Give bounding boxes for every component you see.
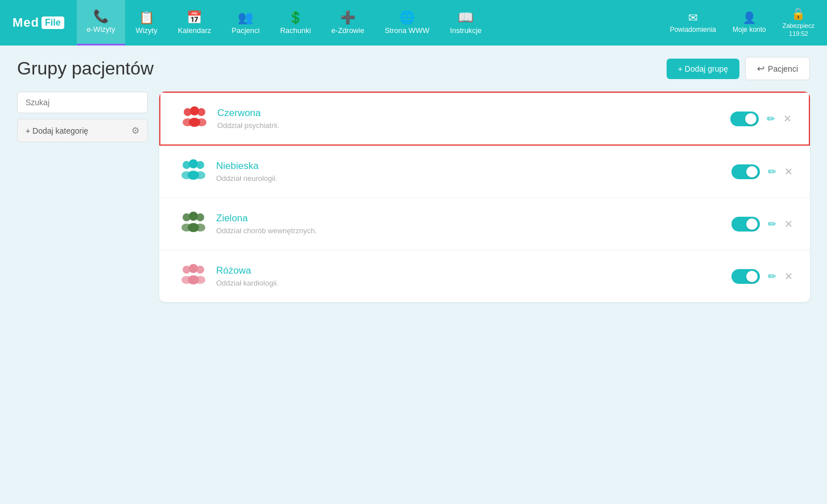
nav-label-instrukcje: Instrukcje	[450, 26, 482, 35]
page-title: Grupy pacjentów	[17, 58, 154, 79]
group-toggle-rozowa[interactable]	[731, 269, 760, 284]
clipboard-icon: 📋	[139, 11, 154, 24]
delete-icon-niebieska[interactable]: ✕	[784, 166, 793, 178]
group-desc-rozowa: Oddział kardiologii.	[216, 279, 731, 287]
add-group-button[interactable]: + Dodaj grupę	[667, 59, 739, 79]
nav-item-kalendarz[interactable]: 📅 Kalendarz	[168, 0, 222, 46]
users-icon: 👥	[238, 11, 253, 24]
edit-icon-niebieska[interactable]: ✏	[768, 166, 776, 178]
group-toggle-czerwona[interactable]	[730, 111, 759, 126]
nav-label-strona-www: Strona WWW	[384, 26, 429, 35]
svg-point-2	[197, 108, 205, 116]
group-name-czerwona[interactable]: Czerwona	[217, 108, 730, 119]
logo-med: Med	[13, 15, 39, 30]
group-icon-rozowa	[176, 263, 210, 290]
nav-item-strona-www[interactable]: 🌐 Strona WWW	[374, 0, 440, 46]
add-category-button[interactable]: + Dodaj kategorię ⚙	[17, 119, 148, 142]
mail-icon: ✉	[688, 12, 698, 23]
nav-moje-konto[interactable]: 👤 Moje konto	[726, 0, 773, 46]
logo-area: Med File	[6, 15, 71, 30]
nav-item-e-wizyty[interactable]: 📞 e-Wizyty	[77, 0, 126, 46]
nav-label-rachunki: Rachunki	[280, 26, 311, 35]
sidebar: + Dodaj kategorię ⚙	[17, 92, 148, 302]
gear-icon: ⚙	[131, 125, 139, 136]
edit-icon-rozowa[interactable]: ✏	[768, 270, 776, 283]
group-actions-zielona: ✏ ✕	[731, 217, 793, 232]
calendar-icon: 📅	[187, 11, 202, 24]
nav-label-powiadomienia: Powiadomienia	[670, 26, 716, 34]
back-to-pacjenci-button[interactable]: ↩ Pacjenci	[745, 57, 810, 80]
globe-icon: 🌐	[399, 11, 415, 24]
svg-point-14	[196, 213, 204, 221]
group-toggle-niebieska[interactable]	[731, 164, 760, 179]
svg-point-17	[195, 224, 205, 232]
nav-items: 📞 e-Wizyty 📋 Wizyty 📅 Kalendarz 👥 Pacjen…	[77, 0, 663, 46]
svg-point-5	[196, 118, 206, 126]
group-icon-niebieska	[176, 158, 210, 185]
group-desc-niebieska: Oddział neurologii.	[216, 174, 731, 183]
nav-label-e-wizyty: e-Wizyty	[87, 25, 115, 34]
main-layout: + Dodaj kategorię ⚙	[17, 92, 810, 302]
health-icon: ➕	[340, 11, 355, 24]
group-actions-czerwona: ✏ ✕	[730, 111, 792, 126]
group-info-niebieska: Niebieska Oddział neurologii.	[210, 160, 731, 183]
nav-label-wizyty: Wizyty	[135, 26, 157, 35]
svg-point-11	[195, 171, 205, 179]
dollar-icon: 💲	[288, 11, 303, 24]
add-category-label: + Dodaj kategorię	[26, 126, 88, 135]
nav-item-instrukcje[interactable]: 📖 Instrukcje	[440, 0, 492, 46]
group-name-zielona[interactable]: Zielona	[216, 213, 731, 224]
nav-item-wizyty[interactable]: 📋 Wizyty	[125, 0, 167, 46]
user-icon: 👤	[742, 12, 756, 23]
group-actions-niebieska: ✏ ✕	[731, 164, 793, 179]
nav-label-e-zdrowie: e-Zdrowie	[332, 26, 365, 35]
edit-icon-zielona[interactable]: ✏	[768, 218, 776, 230]
groups-list: Czerwona Oddział psychiatrii. ✏ ✕	[159, 92, 810, 302]
nav-item-pacjenci[interactable]: 👥 Pacjenci	[221, 0, 270, 46]
group-info-rozowa: Różowa Oddział kardiologii.	[210, 265, 731, 287]
group-info-czerwona: Czerwona Oddział psychiatrii.	[212, 108, 730, 130]
nav-label-pacjenci: Pacjenci	[231, 26, 259, 35]
group-icon-zielona	[176, 210, 210, 237]
nav-right: ✉ Powiadomienia 👤 Moje konto 🔒 Zabezpiec…	[663, 0, 821, 46]
group-item-czerwona[interactable]: Czerwona Oddział psychiatrii. ✏ ✕	[159, 92, 810, 146]
group-name-rozowa[interactable]: Różowa	[216, 265, 731, 276]
group-name-niebieska[interactable]: Niebieska	[216, 160, 731, 172]
group-item-zielona[interactable]: Zielona Oddział chorób wewnętrznych. ✏ ✕	[159, 198, 810, 250]
group-icon-czerwona	[177, 105, 212, 132]
search-input[interactable]	[17, 92, 148, 113]
lock-icon: 🔒	[791, 8, 805, 19]
svg-point-20	[196, 266, 204, 274]
page-header: Grupy pacjentów + Dodaj grupę ↩ Pacjenci	[17, 57, 810, 80]
add-group-label: + Dodaj grupę	[678, 64, 728, 73]
nav-zabezpiecz[interactable]: 🔒 Zabezpiecz119:52	[776, 0, 821, 46]
nav-label-zabezpiecz: Zabezpiecz119:52	[783, 22, 814, 38]
group-desc-zielona: Oddział chorób wewnętrznych.	[216, 226, 731, 235]
logo-file: File	[42, 16, 64, 29]
group-actions-rozowa: ✏ ✕	[731, 269, 793, 284]
back-arrow-icon: ↩	[757, 63, 764, 74]
svg-point-23	[195, 276, 205, 284]
edit-icon-czerwona[interactable]: ✏	[767, 113, 775, 125]
nav-powiadomienia[interactable]: ✉ Powiadomienia	[663, 0, 723, 46]
group-toggle-zielona[interactable]	[731, 217, 760, 232]
book-icon: 📖	[458, 11, 473, 24]
svg-point-8	[196, 161, 204, 169]
nav-item-rachunki[interactable]: 💲 Rachunki	[270, 0, 321, 46]
nav-label-moje-konto: Moje konto	[733, 26, 766, 34]
delete-icon-zielona[interactable]: ✕	[784, 218, 793, 230]
nav-item-e-zdrowie[interactable]: ➕ e-Zdrowie	[321, 0, 375, 46]
delete-icon-rozowa[interactable]: ✕	[784, 270, 793, 283]
phone-icon: 📞	[93, 10, 109, 23]
back-button-label: Pacjenci	[768, 64, 798, 73]
delete-icon-czerwona[interactable]: ✕	[783, 113, 792, 125]
header-buttons: + Dodaj grupę ↩ Pacjenci	[667, 57, 810, 80]
group-item-rozowa[interactable]: Różowa Oddział kardiologii. ✏ ✕	[159, 250, 810, 302]
navbar: Med File 📞 e-Wizyty 📋 Wizyty 📅 Kalendarz…	[0, 0, 827, 46]
group-info-zielona: Zielona Oddział chorób wewnętrznych.	[210, 213, 731, 235]
page-content: Grupy pacjentów + Dodaj grupę ↩ Pacjenci…	[0, 46, 827, 504]
group-item-niebieska[interactable]: Niebieska Oddział neurologii. ✏ ✕	[159, 146, 810, 198]
group-desc-czerwona: Oddział psychiatrii.	[217, 121, 730, 130]
nav-label-kalendarz: Kalendarz	[178, 26, 212, 35]
